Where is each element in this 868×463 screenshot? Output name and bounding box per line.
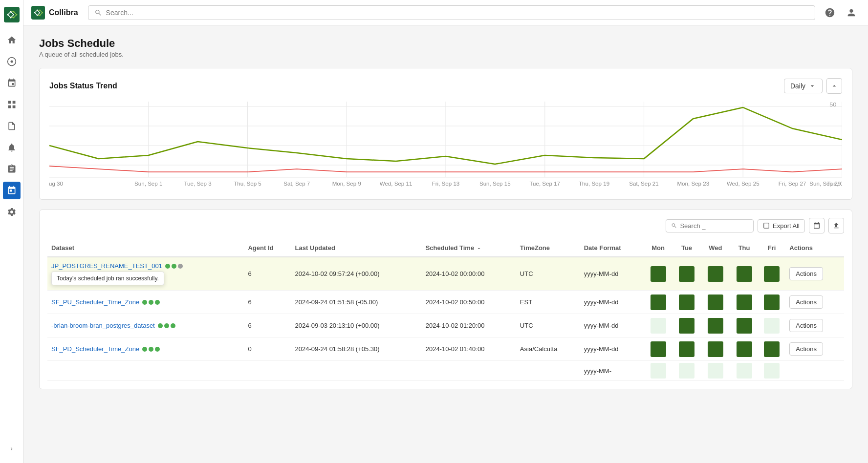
cell-timezone: UTC bbox=[516, 314, 580, 337]
day-cell bbox=[679, 341, 694, 357]
svg-text:Wed, Sep 11: Wed, Sep 11 bbox=[380, 181, 412, 187]
svg-text:Sat, Sep 21: Sat, Sep 21 bbox=[629, 181, 659, 187]
dataset-name: JP_POSTGRES_RENAME_TEST_001 bbox=[51, 262, 240, 270]
sidebar-logo[interactable] bbox=[3, 6, 21, 23]
svg-text:Tue, Oct 1: Tue, Oct 1 bbox=[827, 181, 842, 187]
svg-text:Sun, Sep 15: Sun, Sep 15 bbox=[479, 181, 511, 187]
actions-button[interactable]: Actions bbox=[789, 267, 823, 280]
sidebar-item-home[interactable] bbox=[3, 31, 21, 49]
svg-text:Fri, Aug 30: Fri, Aug 30 bbox=[49, 181, 63, 187]
cell-day-wed bbox=[700, 337, 730, 361]
svg-point-11 bbox=[39, 9, 41, 11]
sidebar-item-explore[interactable] bbox=[3, 53, 21, 70]
dataset-name: SF_PD_Scheduler_Time_Zone bbox=[51, 345, 240, 353]
sidebar-item-grid[interactable] bbox=[3, 96, 21, 113]
cell-day-fri bbox=[758, 291, 786, 314]
cell-day-thu bbox=[730, 337, 758, 361]
svg-point-5 bbox=[10, 17, 11, 19]
actions-button[interactable]: Actions bbox=[789, 319, 823, 332]
sidebar-expand-button[interactable]: › bbox=[3, 440, 21, 457]
day-cell bbox=[737, 295, 752, 310]
sidebar-item-calendar[interactable] bbox=[3, 182, 21, 199]
table-row: yyyy-MM- bbox=[47, 361, 844, 381]
svg-point-1 bbox=[10, 11, 11, 13]
day-cell bbox=[708, 318, 723, 334]
svg-point-14 bbox=[37, 14, 38, 16]
svg-text:Tue, Sep 17: Tue, Sep 17 bbox=[529, 181, 560, 187]
cell-actions: Actions bbox=[785, 291, 844, 314]
col-actions: Actions bbox=[785, 239, 844, 257]
actions-button[interactable]: Actions bbox=[789, 295, 823, 309]
status-dot bbox=[164, 323, 169, 328]
job-success-tooltip: Today's scheduled job ran successfully. bbox=[51, 272, 164, 285]
cell-actions: Actions bbox=[785, 337, 844, 361]
day-cell bbox=[737, 266, 752, 282]
table-header-row: Dataset Agent Id Last Updated Scheduled … bbox=[47, 239, 844, 257]
cell-dataset bbox=[47, 361, 244, 381]
export-icon-button[interactable] bbox=[828, 218, 844, 233]
help-button[interactable] bbox=[821, 4, 839, 21]
cell-day-tue bbox=[673, 337, 701, 361]
sidebar-item-settings[interactable] bbox=[3, 203, 21, 221]
sidebar-item-notifications[interactable] bbox=[3, 139, 21, 156]
table-search-container[interactable] bbox=[666, 219, 754, 232]
cell-day-mon bbox=[643, 337, 673, 361]
chart-title: Jobs Status Trend bbox=[49, 82, 117, 90]
col-tue: Tue bbox=[673, 239, 701, 257]
search-input[interactable] bbox=[106, 9, 809, 17]
svg-text:Thu, Sep 19: Thu, Sep 19 bbox=[579, 181, 609, 187]
svg-point-8 bbox=[10, 61, 13, 63]
cell-dataset: JP_POSTGRES_RENAME_TEST_001Today's sched… bbox=[47, 257, 244, 291]
table-search-input[interactable] bbox=[680, 222, 748, 230]
svg-point-15 bbox=[34, 12, 36, 13]
col-scheduled-time: Scheduled Time bbox=[422, 239, 516, 257]
table-row: JP_POSTGRES_RENAME_TEST_001Today's sched… bbox=[47, 257, 844, 291]
period-dropdown[interactable]: Daily bbox=[784, 79, 823, 93]
col-dataset: Dataset bbox=[47, 239, 244, 257]
day-cell bbox=[679, 363, 694, 379]
sidebar-item-catalog[interactable] bbox=[3, 74, 21, 92]
chart-controls: Daily bbox=[784, 78, 842, 94]
cell-scheduled-time bbox=[422, 361, 516, 381]
actions-button[interactable]: Actions bbox=[789, 342, 823, 356]
col-fri: Fri bbox=[758, 239, 786, 257]
day-cell bbox=[651, 266, 666, 282]
cell-day-fri bbox=[758, 314, 786, 337]
col-mon: Mon bbox=[643, 239, 673, 257]
svg-text:Tue, Sep 3: Tue, Sep 3 bbox=[184, 181, 211, 187]
cell-last-updated: 2024-09-24 01:58:28 (+05.30) bbox=[291, 337, 422, 361]
table-row: SF_PD_Scheduler_Time_Zone02024-09-24 01:… bbox=[47, 337, 844, 361]
table-card: Export All Dataset Agent Id Last Updated bbox=[39, 210, 852, 389]
cell-dataset: SF_PD_Scheduler_Time_Zone bbox=[47, 337, 244, 361]
cell-day-thu bbox=[730, 361, 758, 381]
collapse-chart-button[interactable] bbox=[826, 78, 842, 94]
chevron-down-icon bbox=[808, 82, 816, 90]
cell-last-updated bbox=[291, 361, 422, 381]
cell-last-updated: 2024-10-02 09:57:24 (+00.00) bbox=[291, 257, 422, 291]
calendar-filter-button[interactable] bbox=[809, 218, 825, 233]
search-icon bbox=[94, 9, 102, 17]
profile-button[interactable] bbox=[843, 4, 860, 21]
cell-day-tue bbox=[673, 257, 701, 291]
cell-agent-id bbox=[244, 361, 291, 381]
svg-text:Thu, Sep 5: Thu, Sep 5 bbox=[234, 181, 261, 187]
day-cell bbox=[651, 318, 666, 334]
day-cell bbox=[708, 295, 723, 310]
status-dots bbox=[165, 264, 183, 269]
cell-agent-id: 6 bbox=[244, 257, 291, 291]
cell-day-wed bbox=[700, 291, 730, 314]
export-all-button[interactable]: Export All bbox=[758, 219, 805, 232]
table-toolbar: Export All bbox=[47, 218, 844, 233]
global-search[interactable] bbox=[88, 5, 815, 20]
day-cell bbox=[764, 341, 780, 357]
chart-header: Jobs Status Trend Daily bbox=[49, 78, 842, 94]
svg-point-12 bbox=[42, 12, 43, 13]
cell-day-fri bbox=[758, 337, 786, 361]
sidebar-item-document[interactable] bbox=[3, 117, 21, 135]
cell-scheduled-time: 2024-10-02 00:00:00 bbox=[422, 257, 516, 291]
app-logo: Collibra bbox=[31, 6, 78, 20]
trend-chart: 50 Fri, Aug 30 Sun, Sep 1 Tue, Sep 3 Thu… bbox=[49, 102, 842, 189]
sidebar-item-clipboard[interactable] bbox=[3, 160, 21, 178]
svg-text:Sat, Sep 7: Sat, Sep 7 bbox=[283, 181, 310, 187]
svg-text:Fri, Sep 13: Fri, Sep 13 bbox=[432, 181, 460, 187]
